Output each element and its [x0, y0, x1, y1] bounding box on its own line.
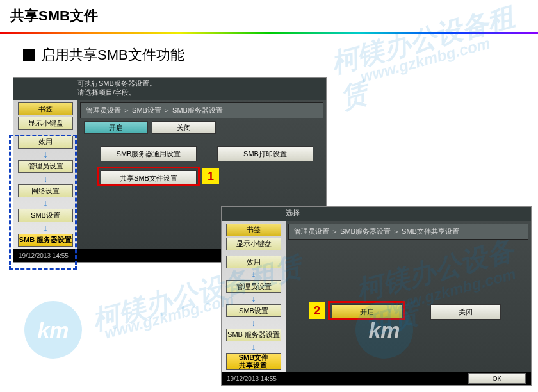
watermark-logo: km [24, 301, 82, 359]
smb-common-settings-button[interactable]: SMB服务器通用设置 [101, 146, 197, 161]
arrow-down-icon: ↓ [44, 224, 48, 233]
sidebar-item-admin[interactable]: 管理员设置 [18, 160, 73, 173]
sidebar-item-smb[interactable]: SMB设置 [226, 304, 281, 317]
arrow-down-icon: ↓ [44, 199, 48, 208]
ok-button[interactable]: OK [468, 373, 526, 384]
panel1-breadcrumb: 管理员设置 ＞ SMB设置 ＞ SMB服务器设置 [80, 102, 323, 118]
rainbow-divider [0, 32, 538, 34]
panel2-header: 选择 [222, 207, 531, 218]
panel1-header: 可执行SMB服务器设置。 请选择项目/字段。 [13, 78, 326, 99]
page-title: 共享SMB文件 [0, 0, 538, 32]
subtitle-row: 启用共享SMB文件功能 [0, 45, 538, 65]
show-keypad-button[interactable]: 显示小键盘 [226, 238, 281, 250]
tab-off[interactable]: 关闭 [152, 121, 216, 134]
arrow-down-icon: ↓ [252, 343, 256, 352]
tab-on[interactable]: 开启 [84, 121, 148, 134]
enable-off-button[interactable]: 关闭 [430, 304, 501, 320]
panel2-content: 管理员设置 ＞ SMB服务器设置 ＞ SMB文件共享设置 开启 关闭 [286, 221, 531, 372]
sidebar-item-admin[interactable]: 管理员设置 [226, 280, 281, 293]
arrow-down-icon: ↓ [44, 174, 48, 183]
arrow-down-icon: ↓ [252, 318, 256, 327]
bookmark-button[interactable]: 书签 [226, 224, 281, 236]
sidebar-item-smb-server[interactable]: SMB 服务器设置 [18, 234, 73, 247]
enable-on-button[interactable]: 开启 [332, 304, 402, 320]
smb-print-settings-button[interactable]: SMB打印设置 [217, 146, 313, 161]
panel2-footer: 19/12/2013 14:55 OK [222, 372, 531, 385]
panel1-tabs: 开启 关闭 [84, 121, 320, 134]
sidebar-item-utility[interactable]: 效用 [18, 136, 73, 149]
annotation-badge-1: 1 [202, 168, 219, 184]
panel1-sidebar: 书签 显示小键盘 效用 ↓ 管理员设置 ↓ 网络设置 ↓ SMB设置 ↓ SMB… [13, 100, 77, 249]
panel2-timestamp: 19/12/2013 14:55 [227, 375, 277, 382]
sidebar-item-utility[interactable]: 效用 [226, 256, 281, 268]
watermark-url-1: www.gzkmbg.com [102, 290, 236, 342]
panel2-breadcrumb: 管理员设置 ＞ SMB服务器设置 ＞ SMB文件共享设置 [288, 224, 528, 240]
panel2-head-line: 选择 [286, 208, 467, 217]
panel-smb-file-share: 选择 书签 显示小键盘 效用 ↓ 管理员设置 ↓ SMB设置 ↓ SMB 服务器… [221, 206, 532, 386]
bullet-square [23, 49, 35, 61]
sidebar-item-smb[interactable]: SMB设置 [18, 209, 73, 222]
bookmark-button[interactable]: 书签 [18, 102, 73, 115]
sidebar-item-network[interactable]: 网络设置 [18, 184, 73, 197]
panel1-head-line2: 请选择项目/字段。 [77, 88, 262, 97]
annotation-badge-2: 2 [309, 302, 325, 319]
sidebar-item-smb-server[interactable]: SMB 服务器设置 [226, 329, 281, 341]
panel1-head-line1: 可执行SMB服务器设置。 [77, 79, 262, 88]
panel2-sidebar: 书签 显示小键盘 效用 ↓ 管理员设置 ↓ SMB设置 ↓ SMB 服务器设置 … [222, 221, 286, 372]
subtitle: 启用共享SMB文件功能 [41, 45, 184, 65]
arrow-down-icon: ↓ [44, 150, 48, 159]
arrow-down-icon: ↓ [252, 294, 256, 303]
show-keypad-button[interactable]: 显示小键盘 [18, 117, 73, 129]
smb-share-settings-button[interactable]: 共享SMB文件设置 [101, 170, 197, 186]
sidebar-item-smb-file-share[interactable]: SMB文件 共享设置 [226, 353, 281, 370]
panel1-timestamp: 19/12/2013 14:55 [19, 252, 69, 259]
arrow-down-icon: ↓ [252, 270, 256, 279]
